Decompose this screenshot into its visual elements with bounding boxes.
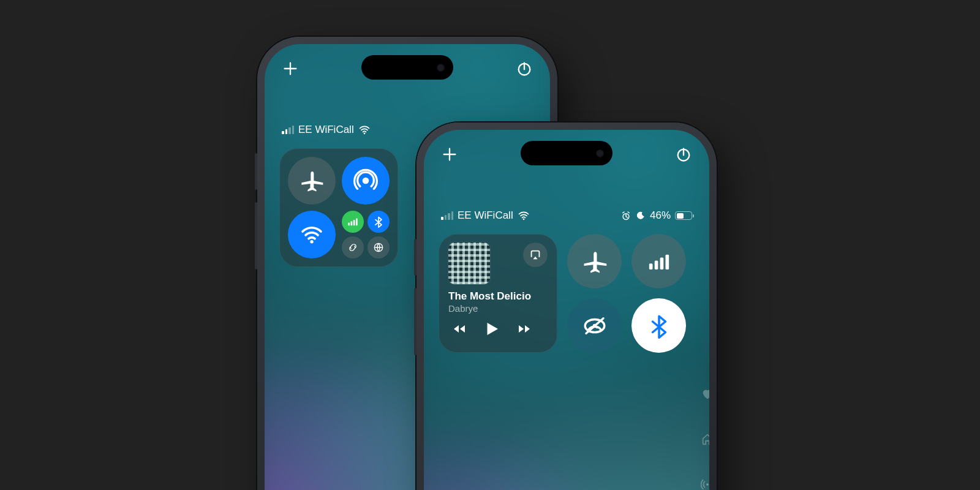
cc-page-indicators[interactable] [701,387,709,490]
cc-topbar [424,143,709,165]
cellular-icon [646,249,672,274]
add-controls-button[interactable] [282,60,299,77]
power-button[interactable] [675,146,692,163]
alarm-icon [620,210,631,221]
hotspot-toggle[interactable] [567,298,622,353]
satellite-toggle[interactable] [368,236,390,258]
signal-icon [282,126,294,134]
airplane-toggle[interactable] [567,234,622,288]
airplane-toggle[interactable] [288,157,336,205]
power-icon [516,60,533,77]
carrier-label: EE WiFiCall [298,124,354,136]
globe-icon [372,241,385,254]
wifi-icon [358,124,371,136]
home-icon [701,432,709,446]
plus-icon [282,60,299,77]
dnd-icon [636,211,646,221]
power-button[interactable] [516,60,533,77]
connectivity-module[interactable] [279,148,398,267]
bluetooth-icon [372,216,385,228]
wifi-icon [300,222,324,247]
album-art [448,243,490,284]
cellular-toggle[interactable] [631,234,686,288]
play-button[interactable] [483,320,501,338]
link-icon [347,241,359,254]
track-title: The Most Delicio [448,290,548,303]
next-button[interactable] [517,322,532,336]
wifi-toggle[interactable] [288,211,336,258]
now-playing-module[interactable]: The Most Delicio Dabrye [439,234,557,353]
phone-right: EE WiFiCall 46% The Mo [417,123,717,490]
bluetooth-icon [646,313,672,339]
plus-icon [441,146,458,163]
connectivity-quad [567,234,686,353]
power-icon [675,146,692,163]
airplay-icon [529,248,542,262]
hotspot-toggle[interactable] [342,236,364,258]
airdrop-icon [353,168,378,193]
airdrop-toggle[interactable] [342,157,390,205]
radio-icon [701,478,709,490]
signal-icon [441,211,453,220]
battery-icon [675,211,692,220]
status-bar: EE WiFiCall 46% [424,209,709,222]
airplane-icon [300,168,324,193]
wifi-icon [518,209,530,222]
previous-button[interactable] [452,322,467,336]
airplay-button[interactable] [523,243,548,267]
cc-topbar [265,58,550,80]
heart-icon [701,387,709,401]
cellular-toggle[interactable] [342,211,364,233]
bluetooth-toggle[interactable] [631,298,686,353]
track-artist: Dabrye [448,303,548,314]
battery-text: 46% [650,209,671,222]
add-controls-button[interactable] [441,146,458,163]
cellular-icon [347,216,359,228]
carrier-label: EE WiFiCall [458,209,513,222]
bluetooth-toggle[interactable] [368,211,390,233]
connectivity-mini-grid [342,211,390,258]
hotspot-icon [582,313,608,339]
airplane-icon [582,249,608,274]
